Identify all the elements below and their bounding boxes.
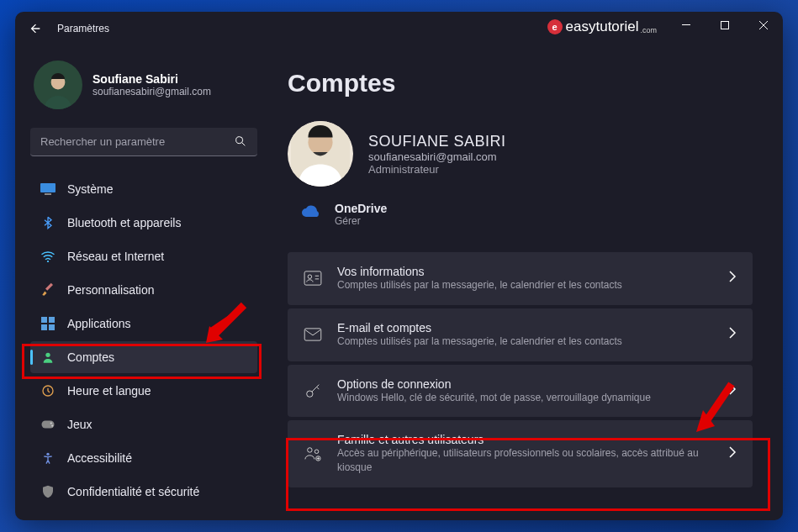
close-button[interactable] xyxy=(744,12,783,39)
nav-label: Jeux xyxy=(67,418,92,431)
nav-bluetooth[interactable]: Bluetooth et appareils xyxy=(30,207,257,239)
shield-icon xyxy=(40,484,55,499)
accessibility-icon xyxy=(40,450,55,466)
id-card-icon xyxy=(304,269,322,287)
card-email-accounts[interactable]: E-mail et comptes Comptes utilisés par l… xyxy=(288,308,753,361)
svg-point-11 xyxy=(45,353,50,357)
bluetooth-icon xyxy=(40,215,55,230)
profile-name: Soufiane Sabiri xyxy=(92,72,211,86)
svg-point-22 xyxy=(307,391,313,397)
svg-point-3 xyxy=(236,137,243,144)
card-title: Options de connexion xyxy=(337,377,713,391)
maximize-button[interactable] xyxy=(706,12,744,39)
nav-label: Système xyxy=(67,182,113,196)
svg-rect-9 xyxy=(41,324,47,330)
onedrive-sub: Gérer xyxy=(335,215,387,227)
brush-icon xyxy=(40,282,55,298)
nav-label: Heure et langue xyxy=(67,384,151,398)
nav-accounts[interactable]: Comptes xyxy=(30,341,257,373)
card-sub: Accès au périphérique, utilisateurs prof… xyxy=(337,446,713,475)
svg-rect-19 xyxy=(304,271,321,285)
svg-rect-4 xyxy=(40,183,55,192)
card-family-users[interactable]: Famille et autres utilisateurs Accès au … xyxy=(288,420,753,487)
account-name: SOUFIANE SABIRI xyxy=(368,133,506,150)
wifi-icon xyxy=(40,249,55,264)
brand-logo: eeasytutoriel.com xyxy=(547,18,657,35)
family-icon xyxy=(304,445,322,463)
svg-rect-10 xyxy=(49,324,55,330)
chevron-right-icon xyxy=(728,383,737,398)
search-icon xyxy=(234,134,247,151)
chevron-right-icon xyxy=(728,327,737,342)
svg-rect-13 xyxy=(42,421,55,429)
card-signin-options[interactable]: Options de connexion Windows Hello, clé … xyxy=(288,365,753,418)
onedrive-icon xyxy=(301,205,320,224)
apps-icon xyxy=(40,316,55,331)
nav-accessibility[interactable]: Accessibilité xyxy=(30,442,257,474)
profile-block[interactable]: Soufiane Sabiri soufianesabiri@gmail.com xyxy=(30,61,257,109)
card-your-info[interactable]: Vos informations Comptes utilisés par la… xyxy=(288,252,753,305)
mail-icon xyxy=(304,325,322,344)
window-controls xyxy=(667,12,783,39)
nav-privacy[interactable]: Confidentialité et sécurité xyxy=(30,476,257,508)
account-email: soufianesabiri@gmail.com xyxy=(368,150,506,163)
svg-point-24 xyxy=(314,450,319,454)
nav-label: Confidentialité et sécurité xyxy=(67,485,199,498)
titlebar: Paramètres eeasytutoriel.com xyxy=(15,12,783,45)
person-icon xyxy=(40,350,55,365)
svg-point-20 xyxy=(308,275,312,279)
card-title: Vos informations xyxy=(337,265,713,278)
nav-network[interactable]: Réseau et Internet xyxy=(30,240,257,272)
nav-label: Accessibilité xyxy=(67,451,132,465)
nav-list: Système Bluetooth et appareils Réseau et… xyxy=(30,173,257,508)
profile-email: soufianesabiri@gmail.com xyxy=(92,86,211,97)
card-title: Famille et autres utilisateurs xyxy=(337,433,713,446)
svg-point-23 xyxy=(308,448,312,452)
sidebar: Soufiane Sabiri soufianesabiri@gmail.com… xyxy=(15,45,267,520)
onedrive-title: OneDrive xyxy=(335,202,387,215)
nav-label: Comptes xyxy=(67,350,114,364)
settings-window: Paramètres eeasytutoriel.com Soufiane Sa… xyxy=(15,12,783,520)
main-content: Comptes SOUFIANE SABIRI soufianesabiri@g… xyxy=(267,45,783,520)
nav-time[interactable]: Heure et langue xyxy=(30,375,257,407)
gamepad-icon xyxy=(40,417,55,432)
card-sub: Windows Hello, clé de sécurité, mot de p… xyxy=(337,391,713,405)
search-box xyxy=(30,128,257,156)
nav-label: Personnalisation xyxy=(67,283,155,297)
nav-label: Bluetooth et appareils xyxy=(67,216,181,229)
back-button[interactable] xyxy=(25,18,45,39)
nav-label: Réseau et Internet xyxy=(67,250,164,263)
key-icon xyxy=(304,382,322,400)
svg-point-6 xyxy=(47,261,49,262)
svg-rect-8 xyxy=(49,317,55,323)
minimize-button[interactable] xyxy=(667,12,706,39)
svg-point-16 xyxy=(46,453,49,456)
settings-cards: Vos informations Comptes utilisés par la… xyxy=(288,252,753,487)
chevron-right-icon xyxy=(728,446,737,461)
system-icon xyxy=(40,182,55,197)
chevron-right-icon xyxy=(728,271,737,286)
svg-rect-5 xyxy=(45,193,51,195)
nav-apps[interactable]: Applications xyxy=(30,308,257,340)
svg-rect-1 xyxy=(721,22,729,29)
svg-point-15 xyxy=(51,424,53,426)
avatar xyxy=(34,61,82,109)
card-sub: Comptes utilisés par la messagerie, le c… xyxy=(337,334,713,349)
nav-personalization[interactable]: Personnalisation xyxy=(30,274,257,306)
account-avatar xyxy=(288,121,353,187)
svg-rect-0 xyxy=(682,24,690,25)
card-title: E-mail et comptes xyxy=(337,321,713,334)
nav-system[interactable]: Système xyxy=(30,173,257,205)
onedrive-block[interactable]: OneDrive Gérer xyxy=(301,202,753,227)
nav-gaming[interactable]: Jeux xyxy=(30,408,257,440)
account-role: Administrateur xyxy=(368,163,506,176)
window-title: Paramètres xyxy=(57,23,109,34)
svg-point-14 xyxy=(50,422,52,424)
svg-rect-21 xyxy=(304,329,321,340)
search-input[interactable] xyxy=(30,128,257,156)
account-header: SOUFIANE SABIRI soufianesabiri@gmail.com… xyxy=(288,121,753,187)
svg-rect-7 xyxy=(41,317,47,323)
page-title: Comptes xyxy=(288,69,753,97)
nav-label: Applications xyxy=(67,317,131,330)
card-sub: Comptes utilisés par la messagerie, le c… xyxy=(337,278,713,292)
